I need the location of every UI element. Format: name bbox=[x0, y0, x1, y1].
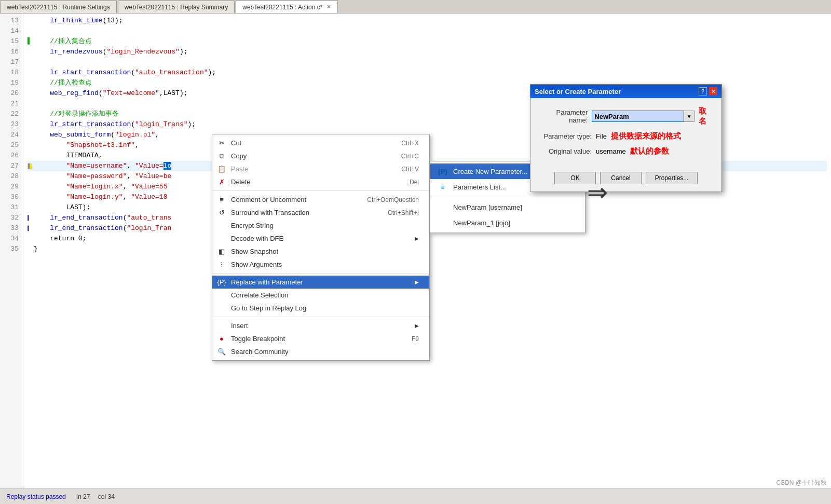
menu-item-label: Decode with DFE bbox=[231, 235, 283, 242]
empty-icon bbox=[437, 202, 449, 212]
dialog-title-bar: Select or Create Parameter ? ✕ bbox=[530, 85, 721, 98]
menu-item-toggle-bp[interactable]: ●Toggle BreakpointF9 bbox=[212, 332, 429, 345]
param-type-row: Parameter type: File 提供数据来源的格式 bbox=[539, 131, 713, 141]
comment-icon: ≡ bbox=[216, 195, 227, 205]
watermark: CSDN @十叶知秋 bbox=[776, 479, 827, 487]
menu-item-label: Paste bbox=[231, 165, 248, 173]
menu-item-copy[interactable]: ⧉CopyCtrl+C bbox=[212, 149, 429, 162]
code-text: lr_think_time(13); bbox=[34, 16, 123, 26]
annotation-name: 取名 bbox=[699, 106, 713, 126]
menu-item-delete[interactable]: ✗DeleteDel bbox=[212, 175, 429, 188]
dialog-footer: OK Cancel Properties... bbox=[530, 168, 721, 192]
code-text: lr_start_transaction("auto_transaction")… bbox=[34, 67, 216, 78]
code-text: //插入集合点 bbox=[34, 36, 92, 47]
code-text: web_reg_find("Text=welcome",LAST); bbox=[34, 88, 187, 99]
code-text: lr_start_transaction("login_Trans"); bbox=[34, 119, 196, 130]
code-text: lr_end_transaction("auto_trans bbox=[34, 213, 171, 223]
menu-item-label: Replace with Parameter bbox=[231, 278, 303, 286]
dialog-title: Select or Create Parameter bbox=[535, 88, 621, 96]
menu-separator bbox=[212, 273, 429, 274]
menu-item-comment[interactable]: ≡Comment or UncommentCtrl+OemQuestion bbox=[212, 193, 429, 206]
tab-runtime-settings[interactable]: webTest20221115 : Runtime Settings bbox=[0, 1, 117, 13]
menu-shortcut: F9 bbox=[412, 335, 419, 343]
code-text: ITEMDATA, bbox=[34, 151, 103, 161]
tab-action-c[interactable]: webTest20221115 : Action.c* ✕ bbox=[236, 1, 338, 13]
submenu-arrow-icon: ▶ bbox=[415, 323, 419, 329]
original-value-label: Original value: bbox=[539, 147, 596, 155]
surround-icon: ↺ bbox=[216, 208, 227, 218]
code-text: return 0; bbox=[34, 234, 86, 244]
annotation-type: 提供数据来源的格式 bbox=[611, 131, 681, 141]
submenu-arrow-icon: ▶ bbox=[415, 236, 419, 241]
menu-item-search[interactable]: 🔍Search Community bbox=[212, 345, 429, 358]
select-create-parameter-dialog: Select or Create Parameter ? ✕ Parameter… bbox=[530, 84, 722, 192]
code-text: "Name=username", "Value=lo bbox=[34, 161, 171, 171]
dialog-body: Parameter name: ▼ 取名 Parameter type: Fil… bbox=[530, 98, 721, 168]
menu-item-correlate[interactable]: Correlate Selection bbox=[212, 289, 429, 302]
menu-item-label: Correlate Selection bbox=[231, 291, 289, 299]
param-name-dropdown-btn[interactable]: ▼ bbox=[684, 111, 694, 122]
paste-icon: 📋 bbox=[216, 164, 227, 174]
code-text: web_submit_form("login.pl", bbox=[34, 130, 159, 140]
line-marker: ▌ bbox=[28, 223, 34, 234]
properties-button[interactable]: Properties... bbox=[646, 172, 698, 184]
menu-item-label: Search Community bbox=[231, 348, 289, 356]
menu-item-snapshot[interactable]: ◧Show Snapshot bbox=[212, 245, 429, 258]
menu-item-label: Delete bbox=[231, 178, 251, 186]
cursor-position: In 27 col 34 bbox=[76, 493, 115, 500]
menu-item-paste[interactable]: 📋PasteCtrl+V bbox=[212, 162, 429, 175]
original-value-value: username bbox=[596, 147, 626, 155]
status-bar: Replay status passed In 27 col 34 bbox=[0, 488, 831, 504]
code-text: } bbox=[34, 244, 38, 254]
replace-icon: {P} bbox=[216, 277, 227, 288]
code-text: //插入检查点 bbox=[34, 78, 92, 88]
menu-shortcut: Ctrl+Shift+I bbox=[388, 209, 419, 216]
submenu-item-new-param-jojo[interactable]: NewParam_1 [jojo] bbox=[430, 215, 585, 230]
param-type-label: Parameter type: bbox=[539, 132, 596, 140]
menu-item-label: Show Arguments bbox=[231, 261, 282, 268]
line-marker: ▌ bbox=[28, 36, 34, 47]
line-numbers: 1314151617181920212223242526272829303132… bbox=[0, 13, 23, 488]
arrow-icon: ⇒ bbox=[587, 178, 608, 207]
delete-icon: ✗ bbox=[216, 177, 227, 187]
menu-item-label: Cut bbox=[231, 139, 241, 147]
code-text: "Name=login.x", "Value=55 bbox=[34, 182, 167, 192]
code-text: //对登录操作添加事务 bbox=[34, 109, 119, 119]
search-icon: 🔍 bbox=[216, 347, 227, 357]
menu-item-surround[interactable]: ↺Surround with TransactionCtrl+Shift+I bbox=[212, 206, 429, 219]
menu-item-decode[interactable]: Decode with DFE▶ bbox=[212, 232, 429, 245]
menu-item-label: Surround with Transaction bbox=[231, 209, 309, 216]
new-param-icon: {P} bbox=[437, 166, 449, 176]
param-name-input[interactable] bbox=[592, 111, 684, 122]
tab-replay-summary[interactable]: webTest20221115 : Replay Summary bbox=[118, 1, 235, 13]
submenu-item-label: NewParam_1 [jojo] bbox=[453, 219, 510, 227]
code-line-13: lr_think_time(13); bbox=[28, 16, 827, 26]
menu-shortcut: Del bbox=[410, 179, 419, 186]
menu-item-encrypt[interactable]: Encrypt String bbox=[212, 219, 429, 232]
menu-item-replace-param[interactable]: {P}Replace with Parameter▶ bbox=[212, 276, 429, 289]
dialog-help-button[interactable]: ? bbox=[699, 87, 707, 96]
dialog-close-button[interactable]: ✕ bbox=[709, 87, 717, 96]
menu-item-insert[interactable]: Insert▶ bbox=[212, 319, 429, 332]
tab-close-icon[interactable]: ✕ bbox=[326, 4, 331, 10]
submenu-separator bbox=[430, 197, 585, 197]
code-line-15: ▌ //插入集合点 bbox=[28, 36, 827, 47]
menu-separator bbox=[212, 317, 429, 317]
code-text: lr_rendezvous("login_Rendezvous"); bbox=[34, 47, 188, 57]
dialog-title-buttons: ? ✕ bbox=[699, 87, 717, 96]
submenu-item-new-param-username[interactable]: NewParam [username] bbox=[430, 199, 585, 215]
copy-icon: ⧉ bbox=[216, 151, 227, 161]
param-name-dropdown: ▼ bbox=[592, 111, 694, 122]
menu-item-label: Comment or Uncomment bbox=[231, 196, 306, 203]
menu-item-goto-step[interactable]: Go to Step in Replay Log bbox=[212, 302, 429, 315]
empty-icon bbox=[437, 217, 449, 228]
replay-status: Replay status passed bbox=[6, 493, 66, 500]
code-text: "Name=password", "Value=be bbox=[34, 171, 171, 182]
menu-item-arguments[interactable]: ⁝Show Arguments bbox=[212, 258, 429, 271]
menu-shortcut: Ctrl+C bbox=[401, 153, 419, 160]
menu-item-cut[interactable]: ✂CutCtrl+X bbox=[212, 137, 429, 149]
original-value-row: Original value: username 默认的参数 bbox=[539, 146, 713, 156]
line-marker: ▌ bbox=[28, 161, 34, 172]
snapshot-icon: ◧ bbox=[216, 247, 227, 257]
annotation-default: 默认的参数 bbox=[630, 146, 669, 156]
